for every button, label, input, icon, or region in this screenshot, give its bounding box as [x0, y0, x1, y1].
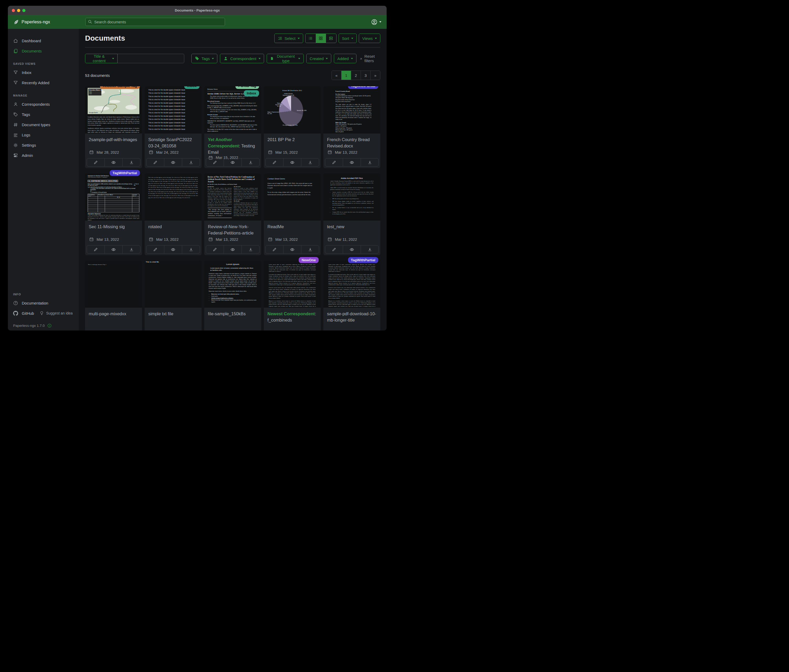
tag-chip[interactable]: Partial Tag: [235, 86, 259, 89]
document-thumbnail[interactable]: This is a test for the double space char…: [145, 86, 201, 134]
document-thumbnail[interactable]: Boundary Waters Trip Google Earth Curabi…: [85, 86, 142, 134]
document-title[interactable]: file-sample_150kBs: [208, 311, 257, 317]
document-thumbnail[interactable]: This is the text that appears on the fir…: [145, 174, 201, 221]
view-mode-cards-button[interactable]: [326, 34, 336, 43]
view-mode-grid-button[interactable]: [316, 34, 326, 43]
document-title[interactable]: French Country Bread Revised.docx: [327, 137, 377, 149]
sidebar-item-recently-added[interactable]: Recently Added: [8, 78, 79, 87]
sidebar-item-github[interactable]: GitHub: [8, 309, 39, 318]
added-filter-button[interactable]: Added: [334, 54, 356, 63]
tags-filter-button[interactable]: Tags: [191, 54, 217, 63]
created-filter-button[interactable]: Created: [306, 54, 331, 63]
document-title[interactable]: Review-of-New-York-Federal-Petitions-art…: [208, 224, 257, 236]
title-content-dropdown-button[interactable]: Title & content: [85, 54, 118, 63]
view-document-button[interactable]: [224, 158, 241, 166]
search-input[interactable]: [94, 20, 222, 24]
pagination-page-2[interactable]: 2: [351, 70, 361, 80]
document-title[interactable]: rotated: [148, 224, 198, 230]
document-title[interactable]: simple txt file: [148, 311, 198, 317]
view-document-button[interactable]: [104, 158, 122, 166]
download-document-button[interactable]: [241, 245, 259, 253]
download-document-button[interactable]: [361, 245, 379, 253]
tag-chip[interactable]: TagWithPartial: [110, 170, 140, 176]
sidebar-item-inbox[interactable]: Inbox: [8, 68, 79, 77]
minimize-window-button[interactable]: [17, 9, 20, 12]
document-title[interactable]: Sec 11-Missing sig: [89, 224, 138, 230]
pagination-last-button[interactable]: »: [371, 70, 380, 80]
document-title[interactable]: Yet Another Correspondent: Testing Email: [208, 137, 257, 156]
reset-filters-button[interactable]: × Reset filters: [360, 54, 380, 63]
edit-document-button[interactable]: [325, 245, 343, 253]
download-document-button[interactable]: [182, 158, 200, 166]
tag-chip[interactable]: Inbox: [244, 90, 259, 96]
correspondent-link[interactable]: Newest Correspondent: [267, 311, 315, 316]
view-document-button[interactable]: [164, 158, 182, 166]
document-title[interactable]: multi-page-mixedxx: [89, 311, 138, 317]
document-thumbnail[interactable]: Lorem ipsum dolor sit amet, consectetur …: [323, 260, 380, 308]
view-document-button[interactable]: [343, 245, 361, 253]
pagination-page-1[interactable]: 1: [341, 70, 351, 80]
document-thumbnail[interactable]: Patient BP Distribution 2011 Isolated Sy…: [264, 86, 321, 134]
app-logo[interactable]: Paperless-ngx: [13, 19, 85, 25]
document-title[interactable]: ReadMe: [267, 224, 317, 230]
sidebar-item-correspondents[interactable]: Correspondents: [8, 100, 79, 108]
views-dropdown-button[interactable]: Views: [359, 33, 380, 43]
global-search[interactable]: [85, 18, 225, 26]
select-dropdown-button[interactable]: Select: [274, 33, 303, 43]
zoom-window-button[interactable]: [22, 9, 26, 12]
document-title[interactable]: Newest Correspondent: f_combineds: [267, 311, 317, 323]
edit-document-button[interactable]: [147, 158, 164, 166]
download-document-button[interactable]: [361, 158, 379, 166]
edit-document-button[interactable]: [266, 245, 283, 253]
document-title[interactable]: Sonstige ScanPC2022 03-24_081058: [148, 137, 198, 149]
document-thumbnail[interactable]: Lorem ipsum Lorem ipsum dolor sit amet, …: [204, 260, 261, 308]
pagination-page-3[interactable]: 3: [361, 70, 371, 80]
edit-document-button[interactable]: [266, 158, 283, 166]
document-title[interactable]: sample-pdf-download-10-mb-longer-title: [327, 311, 377, 323]
download-document-button[interactable]: [122, 245, 140, 253]
tag-chip[interactable]: Another Sample Tag: [100, 86, 140, 89]
document-thumbnail[interactable]: This is a multi page document. Page 1.: [85, 260, 142, 308]
edit-document-button[interactable]: [325, 158, 343, 166]
correspondent-filter-button[interactable]: Correspondent: [220, 54, 264, 63]
sidebar-item-logs[interactable]: Logs: [8, 131, 79, 139]
suggest-idea-link[interactable]: Suggest an idea: [39, 311, 73, 315]
view-mode-list-button[interactable]: [305, 34, 316, 43]
edit-document-button[interactable]: [206, 245, 224, 253]
info-icon[interactable]: [47, 323, 52, 328]
view-document-button[interactable]: [224, 245, 241, 253]
document-title[interactable]: test_new: [327, 224, 377, 230]
title-content-filter-input[interactable]: [118, 54, 184, 63]
edit-document-button[interactable]: [206, 158, 224, 166]
document-title[interactable]: 2011 BP Pie 2: [267, 137, 317, 143]
sidebar-item-admin[interactable]: Admin: [8, 151, 79, 160]
view-document-button[interactable]: [104, 245, 122, 253]
download-document-button[interactable]: [122, 158, 140, 166]
document-thumbnail[interactable]: Review of New York Federal Petitions for…: [204, 174, 261, 221]
document-title[interactable]: 2sample-pdf-with-images: [89, 137, 138, 143]
pagination-first-button[interactable]: «: [332, 70, 342, 80]
tag-chip[interactable]: Inbox: [184, 86, 200, 89]
document-thumbnail[interactable]: This is a test file.: [145, 260, 201, 308]
close-window-button[interactable]: [12, 9, 15, 12]
sidebar-item-dashboard[interactable]: Dashboard: [8, 36, 79, 45]
download-document-button[interactable]: [182, 245, 200, 253]
document-thumbnail[interactable]: Application for Medical Staff Members Go…: [85, 174, 142, 221]
download-document-button[interactable]: [301, 158, 319, 166]
tag-chip[interactable]: TagWithPartial: [348, 257, 378, 263]
user-menu[interactable]: [371, 19, 382, 25]
document-thumbnail[interactable]: Lorem ipsum dolor sit amet, consectetur …: [264, 260, 321, 308]
document-thumbnail[interactable]: French Country Bread For the Leaven 1 he…: [323, 86, 380, 134]
sidebar-item-documentation[interactable]: Documentation: [8, 298, 79, 307]
download-document-button[interactable]: [301, 245, 319, 253]
edit-document-button[interactable]: [87, 158, 104, 166]
view-document-button[interactable]: [164, 245, 182, 253]
view-document-button[interactable]: [343, 158, 361, 166]
edit-document-button[interactable]: [87, 245, 104, 253]
sidebar-item-document-types[interactable]: Document types: [8, 120, 79, 129]
document-thumbnail[interactable]: Contact Sheet Demo Given a set of image …: [264, 174, 321, 221]
sidebar-item-tags[interactable]: Tags: [8, 110, 79, 119]
document-thumbnail[interactable]: Adobe Acrobat PDF Files Adobe® Portable …: [323, 174, 380, 221]
correspondent-link[interactable]: Yet Another Correspondent: [208, 137, 239, 148]
document-type-filter-button[interactable]: Document type: [267, 54, 304, 63]
